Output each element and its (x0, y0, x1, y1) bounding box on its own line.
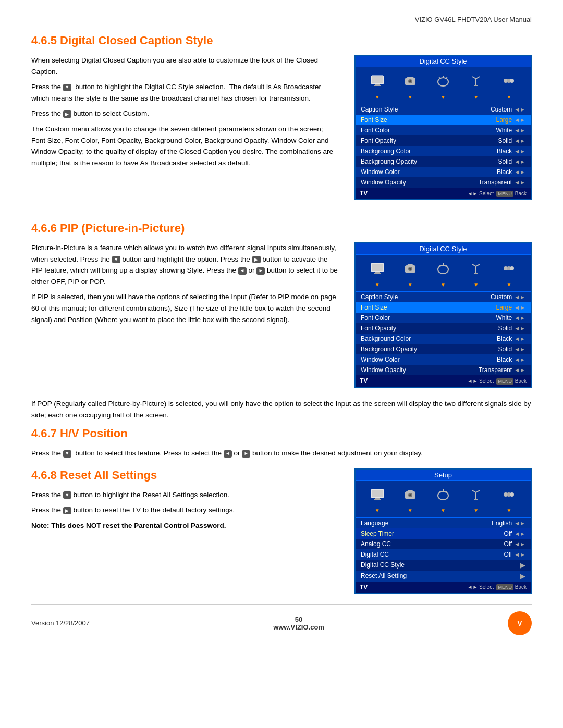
svg-point-15 (510, 79, 514, 83)
value2-font-color: White (496, 314, 512, 322)
footer-page: 50 (273, 615, 324, 623)
label3-language: Language (361, 520, 388, 527)
left-btn: ◄ (238, 267, 247, 275)
menu-row-caption-style: Caption Style Custom ◄► (356, 104, 531, 115)
svg-line-11 (476, 77, 480, 79)
footer-website: www.VIZIO.com (273, 623, 324, 631)
section-468-content: 4.6.8 Reset All Settings Press the ▼ but… (31, 468, 532, 594)
label3-digital-cc-style: Digital CC Style (361, 561, 405, 569)
value-font-size-group: Large ◄► (496, 116, 525, 124)
section-465-text: When selecting Digital Closed Caption yo… (31, 55, 339, 200)
svg-point-31 (510, 266, 514, 270)
svg-line-43 (476, 490, 480, 492)
value-caption-style-group: Custom ◄► (491, 106, 525, 113)
menu2-row-win-opacity: Window Opacity Transparent◄► (356, 365, 531, 375)
label2-bg-opacity: Background Opacity (361, 346, 417, 353)
icon-satellite (433, 71, 454, 90)
icon2-satellite (433, 259, 454, 278)
screen2-icons-row2: ▼ ▼ ▼ ▼ ▼ (356, 280, 531, 292)
value-bg-color: Black (497, 147, 512, 155)
icon3-component (498, 485, 519, 504)
icon-component (498, 71, 519, 90)
arrow-3: ▼ (438, 93, 448, 101)
value-win-opacity-group: Transparent ◄► (479, 179, 525, 186)
value-bg-opacity: Solid (498, 158, 512, 165)
down-btn-468: ▼ (63, 491, 71, 499)
value-bg-color-group: Black ◄► (497, 147, 525, 155)
icon2-component (498, 259, 519, 278)
arrow3-digital-cc-style: ▶ (520, 561, 525, 569)
para-466-2: If PIP is selected, then you will have t… (31, 291, 339, 325)
left-btn-467: ◄ (224, 450, 232, 458)
arrow2-3: ▼ (438, 281, 448, 288)
arrow3-sleep: ◄► (514, 530, 525, 537)
svg-rect-32 (371, 489, 384, 498)
para-465-2: Press the ▼ button to highlight the Digi… (31, 81, 339, 104)
section-465-screen: Digital CC Style (354, 55, 532, 200)
screen2-footer: TV ◄► Select MENU Back (356, 375, 531, 387)
arrow-1: ▼ (372, 93, 383, 101)
arrow2-4: ▼ (471, 281, 481, 288)
value-win-color-group: Black ◄► (497, 168, 525, 176)
value-font-size: Large (496, 116, 512, 124)
svg-rect-18 (374, 273, 381, 274)
screen-box-1: Digital CC Style (354, 55, 532, 200)
svg-point-21 (438, 265, 448, 274)
setup-row-reset-all: Reset All Setting ▶ (356, 571, 531, 582)
section-465-title: 4.6.5 Digital Closed Caption Style (31, 34, 532, 47)
section-468: 4.6.8 Reset All Settings Press the ▼ but… (31, 468, 532, 594)
arrow3-3: ▼ (438, 507, 448, 514)
page-header: VIZIO GV46L FHDTV20A User Manual (31, 16, 532, 23)
value3-digital-cc: Off (504, 551, 512, 558)
label3-analog-cc: Analog CC (361, 540, 391, 548)
icon2-monitor (367, 259, 388, 278)
screen1-icons-row2: ▼ ▼ ▼ ▼ ▼ (356, 92, 531, 104)
icon-camera (400, 71, 421, 90)
svg-rect-28 (474, 273, 478, 274)
section-466-text: Picture-in-Picture is a feature which al… (31, 242, 339, 388)
menu-row-font-size: Font Size Large ◄► (356, 115, 531, 125)
value3-sleep: Off (504, 530, 512, 537)
svg-line-10 (472, 77, 476, 79)
setup-row-sleep: Sleep Timer Off ◄► (356, 528, 531, 539)
setup-row-language: Language English ◄► (356, 518, 531, 528)
setup-row-analog-cc: Analog CC Off ◄► (356, 539, 531, 549)
para-465-3: Press the ▶ button to select Custom. (31, 108, 339, 119)
label2-win-opacity: Window Opacity (361, 366, 406, 374)
arrow3-digital-cc: ◄► (514, 551, 525, 558)
menu-row-bg-opacity: Backgroung Opacity Solid ◄► (356, 156, 531, 167)
label2-font-opacity: Font Opacity (361, 325, 396, 332)
label-win-color: Window Color (361, 168, 400, 176)
value-bg-opacity-group: Solid ◄► (498, 158, 525, 165)
page-container: VIZIO GV46L FHDTV20A User Manual 4.6.5 D… (0, 0, 563, 728)
para-468-2: Press the ▶ button to reset the TV to th… (31, 504, 339, 516)
divider-1 (31, 211, 532, 211)
menu-row-bg-color: Backgroung Color Black ◄► (356, 146, 531, 156)
screen3-icons-row2: ▼ ▼ ▼ ▼ ▼ (356, 506, 531, 518)
section-468-text: 4.6.8 Reset All Settings Press the ▼ but… (31, 468, 339, 594)
para-468-1: Press the ▼ button to highlight the Rese… (31, 489, 339, 501)
svg-rect-1 (375, 84, 380, 85)
value2-font-opacity: Solid (498, 325, 512, 332)
arrow-caption-style: ◄► (514, 106, 525, 113)
svg-text:V: V (517, 619, 522, 627)
icon3-satellite (433, 485, 454, 504)
arrow3-2: ▼ (405, 507, 415, 514)
arrow-font-color: ◄► (514, 127, 525, 133)
arrow-font-opacity: ◄► (514, 138, 525, 144)
icon2-camera (400, 259, 421, 278)
header-title: VIZIO GV46L FHDTV20A User Manual (415, 16, 532, 23)
arrow-win-opacity: ◄► (514, 179, 525, 186)
label-font-opacity: Font Opacity (361, 137, 396, 144)
section-466-content: Picture-in-Picture is a feature which al… (31, 242, 532, 388)
label2-win-color: Window Color (361, 356, 400, 363)
svg-rect-2 (374, 85, 381, 86)
arrow2-1: ▼ (372, 281, 383, 288)
label-font-size: Font Size (361, 116, 387, 124)
menu2-row-bg-opacity: Background Opacity Solid◄► (356, 344, 531, 354)
setup-row-digital-cc: Digital CC Off ◄► (356, 549, 531, 560)
svg-line-27 (476, 264, 480, 266)
value2-font-size: Large (496, 304, 512, 311)
arrow-win-color: ◄► (514, 169, 525, 175)
label-caption-style: Caption Style (361, 106, 398, 113)
